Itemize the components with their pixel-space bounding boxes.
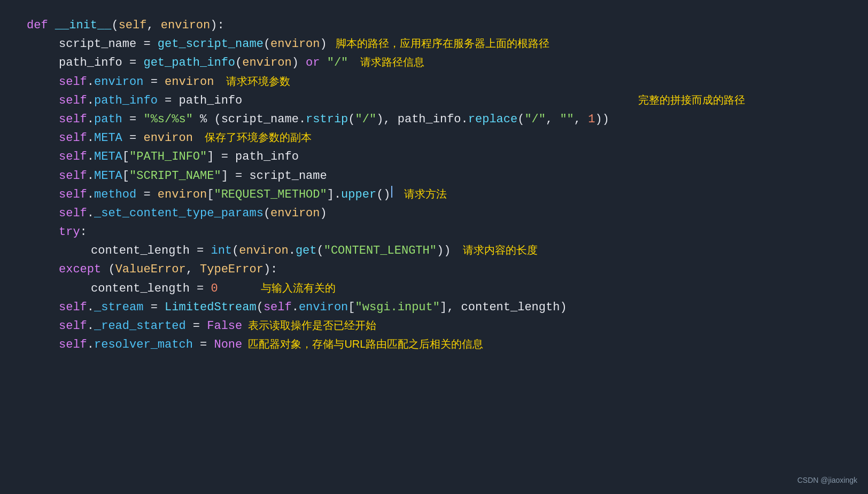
line-8: self.META["PATH_INFO"] = path_info bbox=[27, 147, 852, 166]
comment-complete-path: 完整的拼接而成的路径 bbox=[493, 91, 852, 108]
line-10: self.method = environ["REQUEST_METHOD"].… bbox=[27, 185, 852, 204]
comment-method: 请求方法 bbox=[392, 185, 447, 202]
line-13: content_length = int(environ.get("CONTEN… bbox=[27, 241, 852, 260]
comment-environ: 请求环境参数 bbox=[214, 73, 290, 90]
comment-read-started: 表示读取操作是否已经开始 bbox=[242, 317, 376, 334]
line-16: self._stream = LimitedStream(self.enviro… bbox=[27, 298, 852, 317]
line-9: self.META["SCRIPT_NAME"] = script_name bbox=[27, 167, 852, 185]
line-1: def __init__(self, environ): bbox=[27, 16, 852, 35]
param-self: self bbox=[119, 16, 147, 35]
comment-script-name: 脚本的路径，应用程序在服务器上面的根路径 bbox=[327, 35, 550, 52]
code-block: def __init__(self, environ): script_name… bbox=[0, 11, 868, 359]
fn-init: __init__ bbox=[55, 16, 112, 35]
param-environ: environ bbox=[161, 16, 210, 35]
line-2: script_name = get_script_name(environ) 脚… bbox=[27, 35, 852, 53]
comment-resolver: 匹配器对象，存储与URL路由匹配之后相关的信息 bbox=[242, 335, 483, 352]
line-14: except (ValueError, TypeError): bbox=[27, 260, 852, 279]
keyword-def: def bbox=[27, 16, 55, 35]
comment-content-length: 请求内容的长度 bbox=[451, 241, 537, 258]
line-11: self._set_content_type_params(environ) bbox=[27, 204, 852, 223]
comment-path-info: 请求路径信息 bbox=[348, 53, 424, 70]
line-5: self.path_info = path_info 完整的拼接而成的路径 bbox=[27, 91, 852, 110]
line-17: self._read_started = False 表示读取操作是否已经开始 bbox=[27, 317, 852, 335]
comment-stream-hint: 与输入流有关的 bbox=[261, 279, 336, 296]
line-6: self.path = "%s/%s" % (script_name.rstri… bbox=[27, 110, 852, 129]
line-12: try: bbox=[27, 223, 852, 241]
line-4: self.environ = environ 请求环境参数 bbox=[27, 73, 852, 91]
line-3: path_info = get_path_info(environ) or "/… bbox=[27, 53, 852, 72]
line-15: content_length = 0 与输入流有关的 bbox=[27, 279, 852, 298]
comment-meta: 保存了环境参数的副本 bbox=[193, 129, 312, 146]
line-7: self.META = environ 保存了环境参数的副本 bbox=[27, 129, 852, 147]
watermark: CSDN @jiaoxingk bbox=[797, 474, 857, 486]
line-18: self.resolver_match = None 匹配器对象，存储与URL路… bbox=[27, 335, 852, 354]
